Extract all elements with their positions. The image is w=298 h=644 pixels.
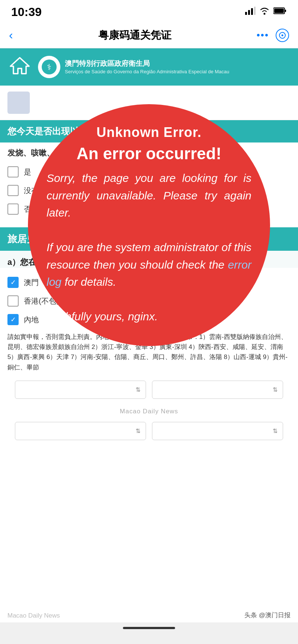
avatar xyxy=(7,92,30,114)
scan-button[interactable] xyxy=(276,29,289,42)
header-logo: ⚕ 澳門特別行政區政府衛生局 Serviços de Saúde do Gove… xyxy=(38,56,229,78)
bottom-watermark-left: Macao Daily News xyxy=(7,612,60,619)
header-banner: ⚕ 澳門特別行政區政府衛生局 Serviços de Saúde do Gove… xyxy=(0,48,298,86)
svg-text:⚕: ⚕ xyxy=(47,63,51,72)
checkbox-yes-label: 是 xyxy=(24,167,31,177)
status-icons xyxy=(245,7,287,17)
error-body-2: If you are the system administrator of t… xyxy=(47,241,251,271)
dropdown-2-arrow: ⇅ xyxy=(273,386,278,393)
error-overlay: Unknown Error. An error occurred! Sorry,… xyxy=(28,104,270,346)
wifi-icon xyxy=(259,7,270,17)
header-title-pt: Serviços de Saúde do Governo da Região A… xyxy=(65,68,229,75)
checkbox-macau-label: 澳門 xyxy=(24,278,39,288)
error-title: Unknown Error. xyxy=(96,125,202,140)
more-button[interactable]: ••• xyxy=(257,29,269,41)
status-time: 10:39 xyxy=(11,5,42,19)
svg-point-9 xyxy=(282,34,283,36)
checkbox-mainland[interactable] xyxy=(7,314,19,325)
svg-marker-10 xyxy=(10,58,29,74)
dropdown-3[interactable]: ⇅ xyxy=(15,422,146,440)
main-content: 您今天是否出现以下症状 发烧、咳嗽、喉咙痛、流鼻水或其他呼吸道症 是 没有以上征… xyxy=(0,86,298,606)
status-bar: 10:39 xyxy=(0,0,298,22)
dropdown-row-1: ⇅ ⇅ xyxy=(7,375,291,404)
nav-actions: ••• xyxy=(257,29,289,42)
checkbox-none[interactable] xyxy=(7,185,19,196)
bottom-watermark-right: 头条 @澳门日报 xyxy=(244,611,291,619)
error-signature: Faithfully yours, nginx. xyxy=(47,310,158,323)
dropdown-4-arrow: ⇅ xyxy=(273,427,278,435)
battery-icon xyxy=(273,7,287,17)
checkbox-macau[interactable] xyxy=(7,277,19,288)
checkbox-no[interactable] xyxy=(7,204,19,215)
checkbox-yes[interactable] xyxy=(7,166,19,177)
bottom-watermark: Macao Daily News 头条 @澳门日报 xyxy=(0,606,298,622)
dropdown-1[interactable]: ⇅ xyxy=(15,381,146,399)
svg-rect-3 xyxy=(254,7,256,15)
svg-rect-0 xyxy=(245,12,247,15)
scroll-indicator xyxy=(123,627,175,629)
error-body-1: Sorry, the page you are looking for is c… xyxy=(47,172,251,219)
svg-rect-7 xyxy=(274,9,284,13)
header-text: 澳門特別行政區政府衛生局 Serviços de Saúde do Govern… xyxy=(65,59,229,75)
checkbox-hk[interactable] xyxy=(7,295,19,307)
watermark: Macao Daily News xyxy=(7,404,291,417)
dropdown-4[interactable]: ⇅ xyxy=(152,422,283,440)
page-title: 粤康码通关凭证 xyxy=(98,28,171,42)
logo-circle: ⚕ xyxy=(38,56,60,78)
svg-rect-1 xyxy=(248,10,250,15)
dropdown-row-2: ⇅ ⇅ xyxy=(7,417,291,445)
error-body: Sorry, the page you are looking for is c… xyxy=(47,170,251,326)
signal-icon xyxy=(245,7,256,17)
svg-rect-2 xyxy=(251,8,253,15)
dropdown-3-arrow: ⇅ xyxy=(136,427,140,435)
checkbox-mainland-label: 內地 xyxy=(24,315,39,325)
nav-bar: ‹ 粤康码通关凭证 ••• xyxy=(0,22,298,48)
svg-point-4 xyxy=(264,13,266,15)
svg-rect-6 xyxy=(285,10,286,12)
dropdown-2[interactable]: ⇅ xyxy=(152,381,283,399)
house-icon xyxy=(7,54,32,80)
error-main-text: An error occurred! xyxy=(77,144,222,164)
back-button[interactable]: ‹ xyxy=(9,28,13,42)
dropdown-1-arrow: ⇅ xyxy=(136,386,140,393)
header-title-cn: 澳門特別行政區政府衛生局 xyxy=(65,59,229,68)
error-body-3: for details. xyxy=(61,276,116,288)
